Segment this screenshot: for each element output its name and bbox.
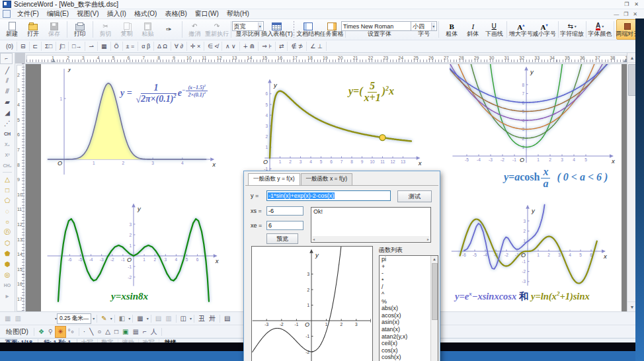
ellipse-tool-icon[interactable]: ○ — [95, 327, 103, 337]
dot-tool-icon[interactable]: · — [81, 327, 87, 337]
misc-operators-icon[interactable]: ∔ ⋒ — [240, 42, 259, 51]
function-list-item[interactable]: * — [380, 277, 431, 284]
new-button[interactable]: 新建 — [1, 19, 22, 40]
function-list-item[interactable]: ^ — [380, 291, 431, 298]
grid-template-icon[interactable]: ▦ — [98, 42, 111, 51]
function-list-item[interactable]: cos(x) — [380, 347, 431, 354]
char-scale-button[interactable]: ⇆▾字符缩放 — [560, 19, 583, 40]
open-button[interactable]: 打开 — [22, 19, 44, 40]
xe-input[interactable] — [266, 221, 303, 230]
merge-cells-icon[interactable]: ▤ — [153, 313, 163, 324]
figure-tool-icon[interactable]: 人 — [149, 327, 159, 337]
rational-formula[interactable]: y=(5x+1)2x — [348, 81, 394, 104]
tab-general-function-xfy[interactable]: 一般函数 x = f(y) — [301, 173, 353, 185]
hexagon-shape-tool-icon[interactable]: ⬡ — [1, 237, 13, 248]
image-tool-icon[interactable]: ▣ — [120, 327, 130, 337]
brackets-template-icon[interactable]: (0) — [3, 42, 17, 51]
benzene-ring-tool-icon[interactable]: ⓝ — [1, 227, 13, 237]
cut-button[interactable]: ✂剪切 — [95, 19, 116, 40]
arrow-symbols-icon[interactable]: ⇒ ⊦ — [259, 42, 276, 51]
chem-template-tool-icon[interactable]: HO — [1, 280, 13, 290]
child-close-button[interactable]: ✕ — [633, 11, 637, 17]
scroll-up-icon[interactable]: ▲ — [431, 256, 438, 262]
result-horizontal-scrollbar[interactable]: ◂▸ — [312, 236, 430, 241]
chevron-down-icon[interactable]: ▾ — [431, 22, 435, 30]
underline-button[interactable]: U下画线 — [483, 19, 504, 40]
grow-font-button[interactable]: A▴增大字号 — [509, 19, 532, 40]
line-style-combo[interactable]: 0.25 毫米— — [57, 313, 91, 324]
menu-6[interactable]: 窗口(W) — [191, 9, 223, 19]
function-list-item[interactable]: asin(x) — [380, 319, 431, 326]
horizontal-ruler[interactable]: 1234567891011121314151617181920212223242… — [25, 53, 628, 64]
font-family-combo[interactable]: Times New Roman▾ — [341, 21, 418, 31]
zoom-combo[interactable]: 页宽▾ — [232, 21, 264, 31]
sum-template-icon[interactable]: Σ□ — [42, 42, 56, 51]
exp-ln-formula[interactable]: y=ex−xsinxcosx 和 y=ln(x2+1)sinx — [455, 290, 590, 303]
format-brush-button[interactable]: ✑ — [159, 19, 180, 40]
vector-template-icon[interactable]: □→ — [69, 42, 85, 51]
chevron-down-icon[interactable]: ▾ — [128, 316, 130, 321]
font-family-button[interactable]: Times New Roman▾设置字体 — [348, 19, 411, 40]
function-list-item[interactable]: cosh(x) — [380, 354, 431, 361]
function-list-item[interactable]: - — [380, 270, 431, 277]
borders-icon[interactable]: ▦ — [135, 313, 145, 324]
chevron-down-icon[interactable]: ▾ — [602, 22, 604, 30]
doublearrow-symbols-icon[interactable]: ⇄ — [276, 42, 288, 51]
dash-line-tool-icon[interactable]: ⋰ — [1, 118, 13, 128]
chevron-down-icon[interactable]: ▾ — [110, 316, 112, 321]
pentagon2-shape-tool-icon[interactable]: ⬟ — [1, 248, 13, 259]
square-shape-tool-icon[interactable]: □ — [1, 184, 13, 195]
harpoon-template-icon[interactable]: ⇀ — [85, 42, 98, 51]
undo-button[interactable]: ↶撤消 — [184, 19, 205, 40]
function-plot-dialog[interactable]: 一般函数 y = f(x) 一般函数 x = f(y) y = -1*sin(x… — [243, 171, 440, 361]
function-list-item[interactable]: + — [380, 263, 431, 270]
autofit-table-icon[interactable]: ▤ — [222, 313, 232, 324]
plusminus-symbols-icon[interactable]: ± = — [123, 42, 139, 51]
chem-group-tool-icon[interactable]: CH — [1, 128, 13, 139]
chevron-down-icon[interactable]: ▾ — [190, 316, 192, 321]
font-size-combo[interactable]: 小四▾ — [411, 21, 437, 31]
redo-button[interactable]: ↷重新执行 — [205, 19, 228, 40]
menu-2[interactable]: 视图(V) — [73, 9, 102, 19]
chevron-down-icon[interactable]: ▾ — [147, 316, 149, 321]
menu-1[interactable]: 编辑(E) — [43, 9, 73, 19]
tab-selector-corner[interactable]: ⌐ — [0, 53, 13, 64]
function-list-item[interactable]: % — [380, 298, 431, 305]
menu-5[interactable]: 表格(B) — [161, 9, 190, 19]
thin-line-tool-icon[interactable]: ╱ — [1, 65, 13, 75]
integral-template-icon[interactable]: ∫□ — [56, 42, 69, 51]
superscript-tool-icon[interactable]: X² — [1, 149, 13, 160]
chevron-down-icon[interactable]: ▾ — [93, 316, 95, 321]
draw-format-icon[interactable]: ❖ — [36, 327, 46, 337]
close-button[interactable]: ✕ — [634, 1, 639, 7]
maximize-button[interactable]: ❐ — [624, 1, 629, 7]
matrix-template-icon[interactable]: ⊏ — [30, 42, 42, 51]
double-line-tool-icon[interactable]: ⫽ — [1, 75, 13, 86]
list-scrollbar[interactable]: ▲ — [430, 256, 438, 361]
subscript-tool-icon[interactable]: X₂ — [1, 139, 13, 149]
function-list-item[interactable]: pi — [380, 256, 431, 263]
greek-lowercase-icon[interactable]: α β — [138, 42, 154, 51]
cell-align-icon[interactable]: ◫ — [179, 313, 188, 324]
anchor-pin-icon[interactable]: ⚲ — [46, 327, 55, 337]
grid-image-tool-icon[interactable]: ▦ — [130, 327, 140, 337]
print-button[interactable]: 打印 — [69, 19, 91, 40]
pen-color-icon[interactable]: ✎ — [99, 313, 108, 324]
axis-tool-icon[interactable]: ⌐ — [141, 327, 149, 337]
operator-symbols-icon[interactable]: ✛ × — [187, 42, 204, 51]
font-color-button[interactable]: A▾字体颜色 — [588, 19, 612, 40]
italic-button[interactable]: I斜体 — [462, 19, 483, 40]
xsin-formula[interactable]: y=xsin8x — [111, 291, 148, 302]
xs-input[interactable] — [266, 206, 303, 216]
hexagon2-shape-tool-icon[interactable]: ⬢ — [1, 259, 13, 269]
andor-symbols-icon[interactable]: ∧ ∨ — [222, 42, 240, 51]
scrollbar-thumb[interactable] — [432, 263, 438, 320]
function-list-item[interactable]: abs(x) — [380, 305, 431, 312]
function-list-item[interactable]: atan2(y,x) — [380, 333, 431, 341]
more-tools-icon[interactable]: ▸ — [1, 290, 13, 301]
rotate-handle-icon[interactable]: °∘ — [66, 327, 77, 337]
accent-template-icon[interactable]: Ö — [111, 42, 123, 51]
snap-grid-icon[interactable]: ✳ — [55, 326, 65, 338]
table-mini-2-icon[interactable]: ▥ — [13, 313, 22, 324]
cosh-formula[interactable]: y=acoshxa ( 0 < a < 6 ) — [504, 167, 608, 190]
